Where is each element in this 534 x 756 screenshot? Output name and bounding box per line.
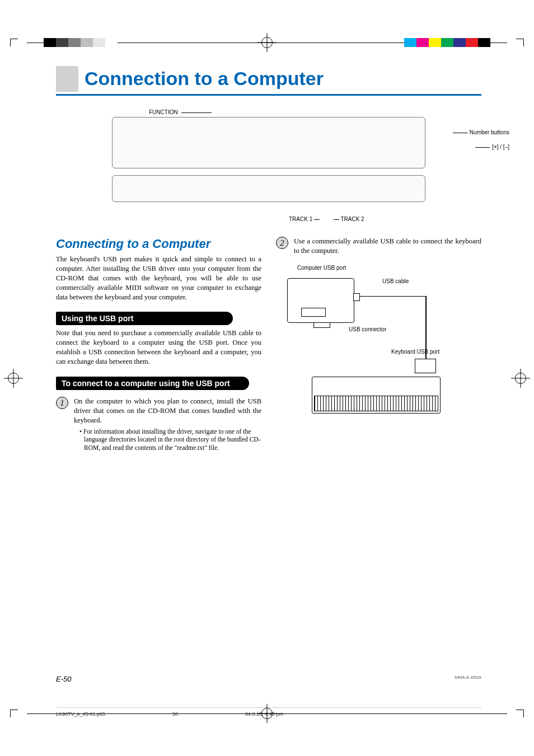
step-2-text: Use a commercially available USB cable t… xyxy=(294,237,481,255)
callout-plus-minus: [+] / [–] xyxy=(492,144,509,150)
label-computer-usb-port: Computer USB port xyxy=(297,265,346,271)
page-footer: E-50 649A-E-052A xyxy=(56,675,481,683)
step-1-text: On the computer to which you plan to con… xyxy=(74,397,261,425)
using-usb-paragraph: Note that you need to purchase a commerc… xyxy=(56,328,261,367)
page-title: Connection to a Computer xyxy=(85,68,324,92)
registration-mark-icon xyxy=(261,708,273,719)
callout-track1: TRACK 1 xyxy=(289,216,312,222)
bottom-crop-bar xyxy=(0,697,534,730)
callout-number-buttons: Number buttons xyxy=(470,129,509,135)
right-column: 2 Use a commercially available USB cable… xyxy=(276,237,481,459)
page-content: Connection to a Computer FUNCTION Number… xyxy=(56,66,481,459)
subhead-to-connect: To connect to a computer using the USB p… xyxy=(56,377,249,390)
section-tab-icon xyxy=(56,66,78,92)
label-usb-cable: USB cable xyxy=(382,278,409,284)
page-title-block: Connection to a Computer xyxy=(56,66,481,96)
step-1-bullet: For information about installing the dri… xyxy=(79,428,261,453)
registration-mark-icon xyxy=(261,37,273,48)
label-usb-connector: USB connector xyxy=(349,326,386,332)
usb-cable-icon xyxy=(359,296,426,297)
step-2-badge: 2 xyxy=(276,237,288,249)
computer-icon xyxy=(287,278,354,323)
registration-mark-icon xyxy=(515,373,526,384)
callout-track2: TRACK 2 xyxy=(340,216,364,222)
registration-mark-icon xyxy=(8,373,19,384)
cmyk-swatches xyxy=(404,38,490,47)
section-heading-connecting: Connecting to a Computer xyxy=(56,237,261,251)
usb-connection-diagram: Computer USB port USB cable USB connecto… xyxy=(287,265,455,433)
grayscale-swatches xyxy=(44,38,118,47)
intro-paragraph: The keyboard's USB port makes it quick a… xyxy=(56,255,261,302)
step-1-badge: 1 xyxy=(56,397,68,409)
callout-function: FUNCTION xyxy=(149,109,178,115)
instrument-panel-diagram: FUNCTION Number buttons [+] / [–] TRACK … xyxy=(90,109,448,221)
left-column: Connecting to a Computer The keyboard's … xyxy=(56,237,261,459)
step-1: 1 On the computer to which you plan to c… xyxy=(56,397,261,452)
keyboard-usb-port-icon xyxy=(415,359,436,373)
label-keyboard-usb-port: Keyboard USB port xyxy=(391,349,439,355)
subhead-using-usb: Using the USB port xyxy=(56,312,233,325)
page-number: E-50 xyxy=(56,675,71,683)
doc-code: 649A-E-052A xyxy=(455,675,481,683)
top-crop-bar xyxy=(0,26,534,59)
step-2: 2 Use a commercially available USB cable… xyxy=(276,237,481,256)
